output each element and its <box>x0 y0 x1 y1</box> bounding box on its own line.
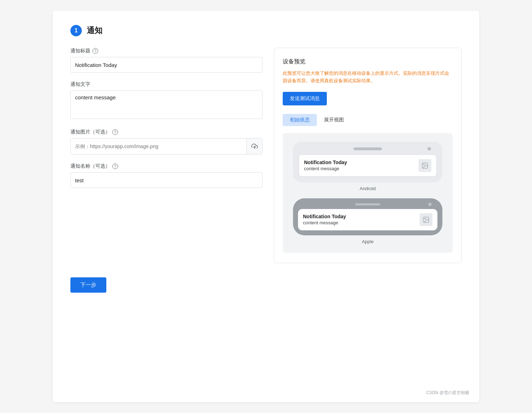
watermark: CSDN @雪の星空朝酱 <box>426 390 469 396</box>
apple-notification-image-placeholder <box>420 213 432 226</box>
android-circle <box>427 147 431 151</box>
notification-body-textarea[interactable] <box>70 90 262 119</box>
android-device-container: Notification Today content message <box>288 142 447 191</box>
page-container: 1 通知 通知标题 ? 通知文字 <box>53 11 479 402</box>
image-help-icon[interactable]: ? <box>112 129 118 135</box>
devices-area: Notification Today content message <box>283 133 453 253</box>
svg-point-4 <box>425 218 426 219</box>
body-field-group: 通知文字 <box>70 81 262 120</box>
preview-description: 此预览可让您大致了解您的消息在移动设备上的显示方式。实际的消息呈现方式会因设备而… <box>283 70 453 85</box>
apple-label: Apple <box>362 239 373 244</box>
section-title: 通知 <box>87 25 102 36</box>
step-badge: 1 <box>70 25 82 36</box>
android-notification-text: Notification Today content message <box>304 160 414 171</box>
apple-notification-card: Notification Today content message <box>298 209 437 230</box>
title-help-icon[interactable]: ? <box>92 48 98 54</box>
android-top-bar <box>299 147 437 150</box>
preview-title: 设备预览 <box>283 58 453 66</box>
send-test-button[interactable]: 发送测试消息 <box>283 92 327 105</box>
android-phone-mockup: Notification Today content message <box>293 142 442 182</box>
image-label: 通知图片（可选） ? <box>70 129 262 135</box>
image-url-input[interactable] <box>71 138 246 154</box>
tab-initial-state[interactable]: 初始状态 <box>283 114 317 126</box>
apple-notification-body: content message <box>303 220 415 225</box>
body-label: 通知文字 <box>70 81 262 88</box>
main-content: 通知标题 ? 通知文字 通知图片（可选） ? <box>70 48 462 263</box>
name-label: 通知名称（可选） ? <box>70 163 262 169</box>
apple-phone-mockup: Notification Today content message <box>293 198 442 235</box>
image-input-wrapper <box>70 138 262 155</box>
tab-expanded-view[interactable]: 展开视图 <box>317 114 351 126</box>
left-panel: 通知标题 ? 通知文字 通知图片（可选） ? <box>70 48 262 263</box>
svg-point-2 <box>424 164 425 165</box>
android-notification-body: content message <box>304 166 414 171</box>
name-field-group: 通知名称（可选） ? <box>70 163 262 188</box>
image-upload-button[interactable] <box>246 138 262 154</box>
apple-circle <box>428 203 432 206</box>
android-notification-image-placeholder <box>419 159 431 172</box>
apple-notification-title: Notification Today <box>303 214 415 219</box>
right-panel: 设备预览 此预览可让您大致了解您的消息在移动设备上的显示方式。实际的消息呈现方式… <box>274 48 462 263</box>
notification-title-input[interactable] <box>70 57 262 73</box>
title-field-group: 通知标题 ? <box>70 48 262 73</box>
apple-device-container: Notification Today content message <box>288 198 447 244</box>
android-notification-title: Notification Today <box>304 160 414 165</box>
preview-tabs: 初始状态 展开视图 <box>283 114 453 126</box>
section-header: 1 通知 <box>70 25 462 36</box>
bottom-bar: 下一步 <box>70 277 462 293</box>
apple-notification-text: Notification Today content message <box>303 214 415 225</box>
android-pill <box>353 147 382 150</box>
image-field-group: 通知图片（可选） ? <box>70 129 262 155</box>
title-label: 通知标题 ? <box>70 48 262 54</box>
next-button[interactable]: 下一步 <box>70 277 106 293</box>
apple-pill <box>355 203 380 205</box>
android-notification-card: Notification Today content message <box>299 155 437 177</box>
name-help-icon[interactable]: ? <box>112 163 118 169</box>
notification-name-input[interactable] <box>70 172 262 188</box>
apple-top-bar <box>298 203 437 205</box>
android-label: Android <box>360 186 376 191</box>
